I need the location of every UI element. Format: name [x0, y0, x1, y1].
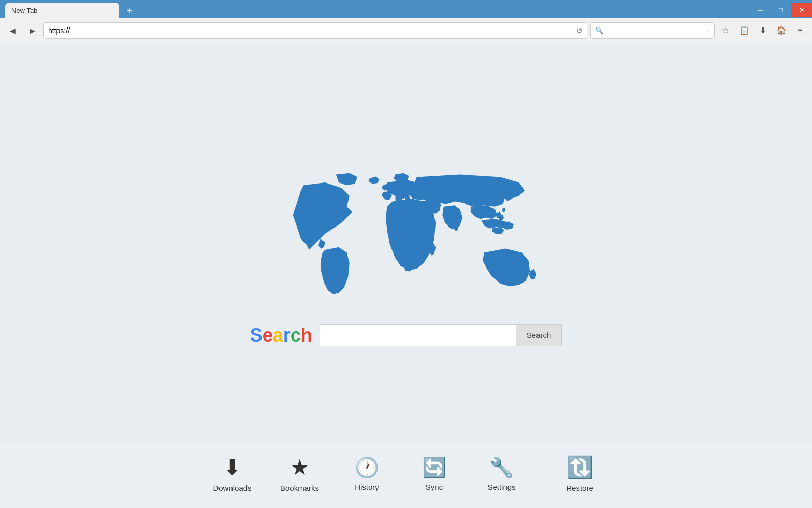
- bookmarks-label: Bookmarks: [280, 484, 319, 492]
- toolbar-item-history[interactable]: 🕐 History: [334, 453, 401, 497]
- restore-icon: 🔃: [567, 457, 593, 478]
- logo-letter-h: h: [301, 324, 312, 346]
- history-label: History: [355, 483, 379, 491]
- logo-letter-s: S: [250, 324, 263, 346]
- toolbar-item-downloads[interactable]: ⬇ Downloads: [199, 451, 266, 498]
- logo-letter-r: r: [283, 324, 291, 346]
- toolbar-item-bookmarks[interactable]: ★ Bookmarks: [266, 451, 334, 498]
- search-submit-button[interactable]: Search: [516, 324, 562, 346]
- world-map: [271, 164, 541, 309]
- main-content: Search Search ⬇ Downloads ★ Bookmarks 🕐 …: [0, 43, 812, 508]
- content-area: Search Search: [0, 2, 812, 508]
- restore-label: Restore: [566, 484, 593, 492]
- search-section: Search Search: [250, 324, 562, 346]
- bottom-toolbar: ⬇ Downloads ★ Bookmarks 🕐 History 🔄 Sync…: [0, 441, 812, 508]
- toolbar-restore-group: 🔃 Restore: [546, 451, 614, 498]
- toolbar-item-settings[interactable]: 🔧 Settings: [468, 453, 535, 497]
- settings-icon: 🔧: [489, 458, 514, 477]
- toolbar-divider: [541, 454, 541, 496]
- downloads-label: Downloads: [213, 484, 251, 492]
- toolbar-main-group: ⬇ Downloads ★ Bookmarks 🕐 History 🔄 Sync…: [199, 451, 535, 498]
- history-icon: 🕐: [355, 458, 379, 477]
- toolbar-item-sync[interactable]: 🔄 Sync: [401, 453, 468, 497]
- bookmarks-icon: ★: [290, 457, 310, 478]
- main-search-input[interactable]: [320, 324, 516, 346]
- search-logo: Search: [250, 324, 312, 346]
- settings-label: Settings: [487, 483, 515, 491]
- downloads-icon: ⬇: [223, 457, 241, 478]
- logo-letter-a: a: [273, 324, 283, 346]
- sync-label: Sync: [426, 483, 443, 491]
- logo-letter-e: e: [263, 324, 273, 346]
- sync-icon: 🔄: [422, 458, 446, 477]
- logo-letter-c: c: [291, 324, 301, 346]
- toolbar-item-restore[interactable]: 🔃 Restore: [546, 451, 614, 498]
